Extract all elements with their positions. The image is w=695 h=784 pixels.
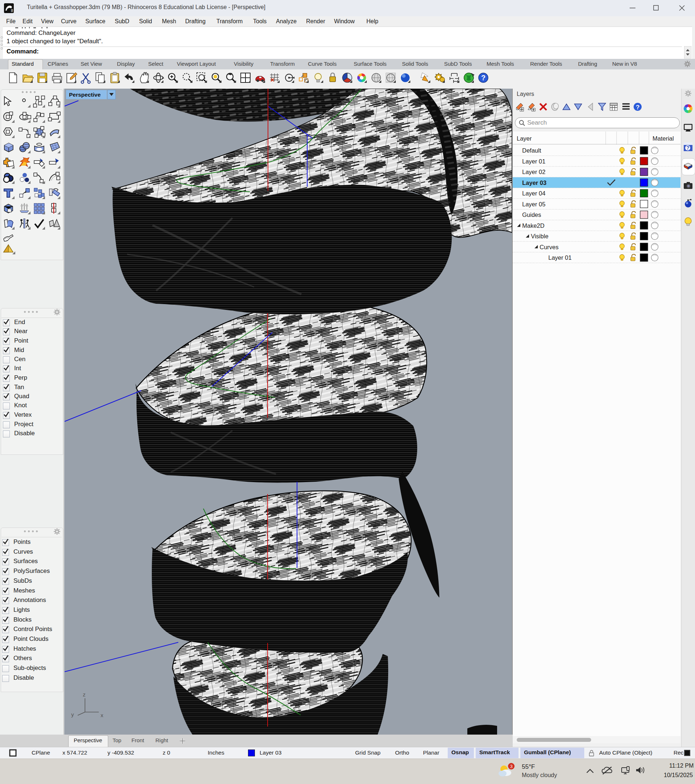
svg-text:Layer 02: Layer 02	[522, 168, 545, 175]
svg-text:Layer 05: Layer 05	[522, 201, 545, 208]
svg-text:?: ?	[481, 74, 485, 82]
svg-text:Layer 01: Layer 01	[522, 158, 545, 165]
svg-text:y: y	[71, 712, 74, 718]
svg-text:z: z	[83, 691, 86, 698]
svg-text:Visible: Visible	[531, 233, 548, 239]
svg-text:Layer: Layer	[517, 135, 532, 142]
svg-text:Perspective: Perspective	[69, 92, 100, 98]
svg-text:Layer 03: Layer 03	[522, 180, 547, 186]
svg-text:?: ?	[686, 145, 690, 151]
svg-text:Default: Default	[522, 147, 541, 154]
svg-text:?: ?	[636, 104, 639, 111]
svg-text:8: 8	[11, 8, 13, 13]
svg-text:Guides: Guides	[522, 211, 541, 218]
svg-text:Curves: Curves	[540, 244, 559, 250]
svg-text:Make2D: Make2D	[522, 222, 545, 229]
svg-text:3: 3	[510, 764, 513, 769]
svg-text:Material: Material	[652, 135, 674, 142]
svg-text:Layer 04: Layer 04	[522, 190, 545, 196]
svg-text:x: x	[100, 712, 104, 718]
svg-text:Layer 01: Layer 01	[548, 254, 572, 261]
